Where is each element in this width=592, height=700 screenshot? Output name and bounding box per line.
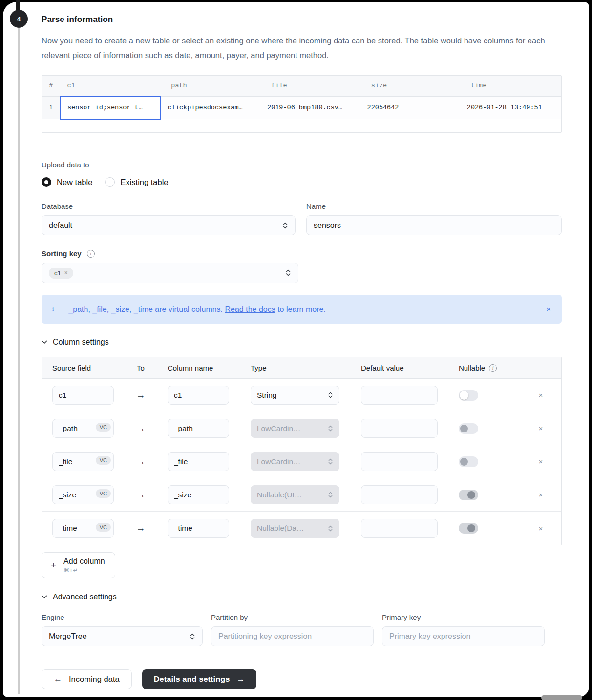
preview-cell-size[interactable]: 22054642 [360,96,460,119]
preview-cell-file[interactable]: 2019-06_bmp180.csv… [260,96,360,119]
upload-data-to-label: Upload data to [42,161,562,169]
column-row-size: VC → Nullable(UI… × [42,478,561,512]
chevron-down-icon [42,595,47,599]
plus-icon: + [51,560,56,571]
radio-new-table-label: New table [57,178,92,187]
add-column-shortcut: ⌘+↵ [63,567,105,574]
add-column-button[interactable]: + Add column ⌘+↵ [42,552,115,578]
column-name-input[interactable] [168,519,229,538]
nullable-toggle[interactable] [459,390,478,401]
database-select[interactable]: default [42,215,296,235]
arrow-right-icon: → [114,523,168,534]
engine-selected-value: MergeTree [49,632,87,641]
incoming-data-label: Incoming data [69,675,120,684]
chevron-updown-icon [328,458,333,465]
column-name-input[interactable] [168,386,229,405]
radio-new-table[interactable]: New table [42,177,92,187]
advanced-settings-toggle[interactable]: Advanced settings [42,593,562,601]
read-the-docs-link[interactable]: Read the docs [225,305,275,313]
source-field-input[interactable] [52,386,114,405]
info-icon[interactable]: i [87,250,95,258]
step-connector [18,28,20,694]
banner-close-icon[interactable]: × [546,305,551,314]
step-number: 4 [17,15,21,22]
preview-header-index: # [42,76,60,96]
preview-cell-c1[interactable]: sensor_id;sensor_t… [60,96,160,119]
default-value-input[interactable] [361,485,438,504]
partition-by-input[interactable] [211,626,374,646]
nullable-toggle [459,490,478,500]
preview-cell-path[interactable]: clickpipesdocsexam… [160,96,260,119]
type-select: LowCardin… [251,452,339,471]
arrow-right-icon: → [114,456,168,467]
chevron-down-icon [42,340,47,344]
column-settings-table: Source field To Column name Type Default… [42,357,562,545]
name-label: Name [306,202,562,210]
upload-destination-options: New table Existing table [42,177,562,187]
radio-existing-table-label: Existing table [120,178,168,187]
arrow-left-icon: ← [54,675,62,684]
incoming-data-button[interactable]: ← Incoming data [42,669,132,689]
nullable-toggle [459,423,478,434]
step-number-badge: 4 [10,10,28,28]
table-name-input[interactable] [306,215,562,235]
primary-key-label: Primary key [382,613,545,621]
engine-field-group: Engine MergeTree [42,613,203,646]
chip-remove-icon[interactable]: × [64,269,68,276]
preview-header-size[interactable]: _size [360,76,460,96]
arrow-right-icon: → [237,675,245,684]
type-select: Nullable(Da… [251,519,339,538]
name-field-group: Name [306,202,562,235]
column-settings-title: Column settings [53,338,109,347]
remove-column-icon[interactable]: × [530,424,551,432]
page: 4 Parse information Now you need to crea… [0,0,592,700]
preview-header-c1[interactable]: c1 [60,76,160,96]
column-row-path: VC → LowCardin… × [42,412,561,445]
column-name-input[interactable] [168,452,229,471]
column-name-input[interactable] [168,485,229,504]
header-nullable: Nullable i [438,364,530,372]
remove-column-icon[interactable]: × [530,391,551,399]
add-column-label: Add column [63,557,105,566]
virtual-columns-banner: i _path, _file, _size, _time are virtual… [42,295,562,324]
primary-key-input[interactable] [382,626,545,646]
advanced-settings-title: Advanced settings [53,593,117,601]
column-settings-toggle[interactable]: Column settings [42,338,562,347]
nullable-toggle [459,456,478,467]
details-and-settings-button[interactable]: Details and settings → [142,669,256,689]
database-label: Database [42,202,296,210]
preview-cell-time[interactable]: 2026-01-28 13:49:51 [460,96,561,119]
preview-header-row: # c1 _path _file _size _time [42,76,561,96]
partition-by-label: Partition by [211,613,374,621]
default-value-input[interactable] [361,519,438,538]
type-select[interactable]: String [251,386,339,405]
column-name-input[interactable] [168,419,229,438]
preview-header-file[interactable]: _file [260,76,360,96]
step-description: Now you need to create a new table or se… [42,34,554,62]
sorting-key-select[interactable]: c1 × [42,263,298,283]
default-value-input[interactable] [361,386,438,405]
radio-unselected-icon[interactable] [105,177,115,187]
chevron-updown-icon [190,633,195,640]
details-and-settings-label: Details and settings [154,675,230,684]
info-icon[interactable]: i [489,364,497,372]
chevron-updown-icon [285,269,291,277]
radio-existing-table[interactable]: Existing table [105,177,168,187]
remove-column-icon[interactable]: × [530,491,551,499]
column-settings-header-row: Source field To Column name Type Default… [42,357,561,379]
preview-header-path[interactable]: _path [160,76,260,96]
chevron-updown-icon [328,525,333,532]
table-row: 1 sensor_id;sensor_t… clickpipesdocsexam… [42,96,561,119]
virtual-column-badge: VC [96,456,111,465]
parse-information-panel: Parse information Now you need to create… [3,2,589,697]
horizontal-scrollbar-thumb[interactable] [541,695,582,700]
remove-column-icon[interactable]: × [530,457,551,466]
radio-selected-icon[interactable] [42,177,51,187]
remove-column-icon[interactable]: × [530,524,551,533]
default-value-input[interactable] [361,419,438,438]
engine-select[interactable]: MergeTree [42,626,203,646]
preview-header-time[interactable]: _time [460,76,561,96]
arrow-right-icon: → [114,423,168,434]
default-value-input[interactable] [361,452,438,471]
page-title: Parse information [42,15,562,24]
